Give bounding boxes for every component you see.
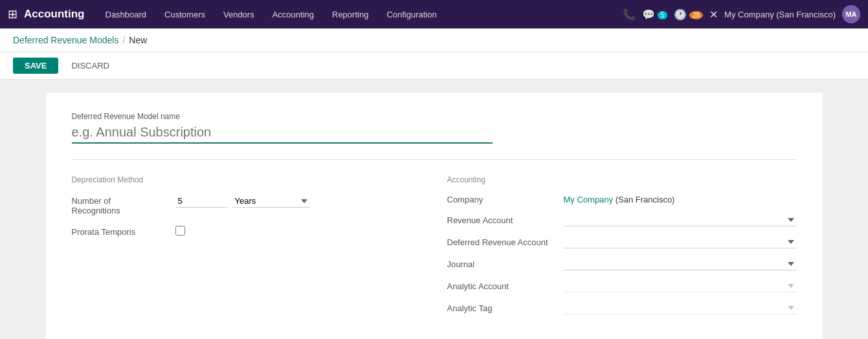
analytic-account-label: Analytic Account xyxy=(447,281,564,291)
company-row: Company My Company (San Francisco) xyxy=(447,195,797,204)
form-body: Depreciation Method Number ofRecognition… xyxy=(72,175,797,323)
action-bar: SAVE DISCARD xyxy=(0,52,868,80)
journal-label: Journal xyxy=(447,259,564,269)
deferred-revenue-account-label: Deferred Revenue Account xyxy=(447,237,564,247)
model-name-input[interactable] xyxy=(72,125,493,144)
clock-icon-wrapper[interactable]: 🕐 28 xyxy=(674,8,703,21)
analytic-account-select[interactable] xyxy=(564,279,797,292)
menu-vendors[interactable]: Vendors xyxy=(216,6,262,23)
model-name-section: Deferred Revenue Model name xyxy=(72,112,797,144)
revenue-account-select[interactable] xyxy=(564,213,797,226)
menu-customers[interactable]: Customers xyxy=(157,6,213,23)
analytic-account-row: Analytic Account xyxy=(447,279,797,292)
analytic-tag-select[interactable] xyxy=(564,301,797,314)
topnav-right: 📞 💬 5 🕐 28 ✕ My Company (San Francisco) … xyxy=(623,5,860,23)
company-value-text[interactable]: My Company (San Francisco) xyxy=(564,195,675,204)
topnav: ⊞ Accounting Dashboard Customers Vendors… xyxy=(0,0,868,28)
breadcrumb: Deferred Revenue Models / New xyxy=(0,28,868,52)
revenue-account-row: Revenue Account xyxy=(447,213,797,226)
company-name: My Company (San Francisco) xyxy=(724,10,836,19)
revenue-account-value xyxy=(564,213,797,226)
deferred-revenue-account-row: Deferred Revenue Account xyxy=(447,235,797,248)
revenue-account-label: Revenue Account xyxy=(447,215,564,225)
main-menu: Dashboard Customers Vendors Accounting R… xyxy=(98,6,623,23)
prorata-value xyxy=(175,226,408,235)
analytic-account-value xyxy=(564,279,797,292)
recognitions-row: Number ofRecognitions Years Months Days xyxy=(72,195,408,215)
chat-icon: 💬 xyxy=(642,9,655,20)
save-button[interactable]: SAVE xyxy=(13,58,58,74)
discard-button[interactable]: DISCARD xyxy=(63,58,117,74)
section-divider xyxy=(72,159,797,160)
model-name-label: Deferred Revenue Model name xyxy=(72,112,797,121)
form-card: Deferred Revenue Model name Depreciation… xyxy=(46,93,823,339)
recognitions-input[interactable] xyxy=(175,195,227,208)
analytic-tag-row: Analytic Tag xyxy=(447,301,797,314)
breadcrumb-current: New xyxy=(129,35,147,45)
right-column: Accounting Company My Company (San Franc… xyxy=(434,175,797,323)
deferred-revenue-account-select[interactable] xyxy=(564,235,797,248)
prorata-label: Prorata Temporis xyxy=(72,226,175,237)
user-avatar[interactable]: MA xyxy=(842,5,860,23)
analytic-tag-value xyxy=(564,301,797,314)
chat-badge: 5 xyxy=(658,11,668,19)
menu-accounting[interactable]: Accounting xyxy=(265,6,322,23)
clock-icon: 🕐 xyxy=(674,9,687,20)
journal-value xyxy=(564,257,797,270)
depreciation-section-title: Depreciation Method xyxy=(72,175,408,184)
prorata-checkbox[interactable] xyxy=(175,226,185,235)
menu-dashboard[interactable]: Dashboard xyxy=(98,6,155,23)
accounting-section-title: Accounting xyxy=(447,175,797,184)
clock-badge: 28 xyxy=(689,11,703,19)
grid-icon[interactable]: ⊞ xyxy=(8,7,17,21)
chat-icon-wrapper[interactable]: 💬 5 xyxy=(642,8,667,21)
menu-reporting[interactable]: Reporting xyxy=(324,6,376,23)
breadcrumb-separator: / xyxy=(122,35,125,45)
breadcrumb-parent[interactable]: Deferred Revenue Models xyxy=(13,35,118,45)
prorata-row: Prorata Temporis xyxy=(72,226,408,237)
recognitions-value: Years Months Days xyxy=(175,195,408,208)
recognitions-period-select[interactable]: Years Months Days xyxy=(232,195,310,208)
company-label: Company xyxy=(447,195,564,204)
close-icon[interactable]: ✕ xyxy=(709,8,718,21)
left-column: Depreciation Method Number ofRecognition… xyxy=(72,175,434,323)
journal-select[interactable] xyxy=(564,257,797,270)
brand-label: Accounting xyxy=(24,8,85,21)
page-content: Deferred Revenue Model name Depreciation… xyxy=(0,80,868,339)
deferred-revenue-account-value xyxy=(564,235,797,248)
analytic-tag-label: Analytic Tag xyxy=(447,303,564,313)
company-value: My Company (San Francisco) xyxy=(564,195,797,204)
menu-configuration[interactable]: Configuration xyxy=(379,6,444,23)
phone-icon[interactable]: 📞 xyxy=(623,8,636,21)
recognitions-label: Number ofRecognitions xyxy=(72,195,175,215)
journal-row: Journal xyxy=(447,257,797,270)
